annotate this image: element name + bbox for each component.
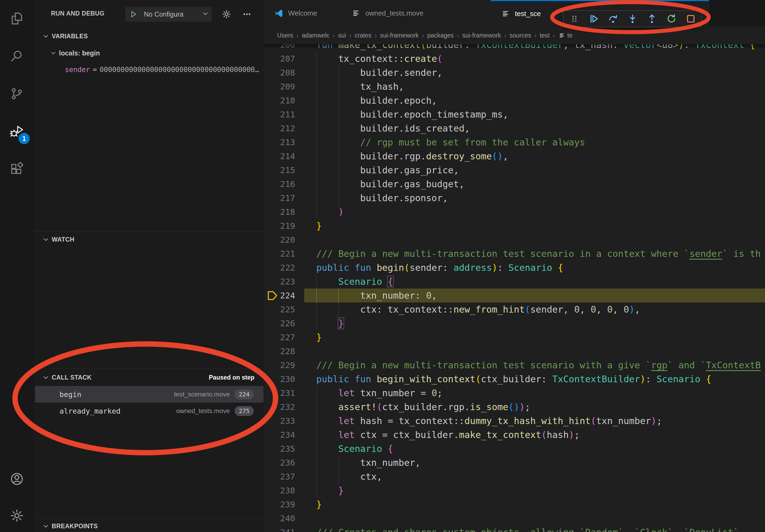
code-viewport[interactable]: 206fun make_tx_context(builder: TxContex… [264,0,765,532]
activity-bar-extensions-icon[interactable] [0,150,34,187]
line-number[interactable]: 219 [264,219,295,233]
variable-row-sender[interactable]: sender = 0000000000000000000000000000000… [34,63,264,76]
code-line-213[interactable]: 213 // rgp must be set from the caller a… [264,135,765,149]
line-number[interactable]: 226 [264,316,295,330]
code-line-212[interactable]: 212 builder.ids_created, [264,121,765,135]
code-line-208[interactable]: 208 builder.sender, [264,66,765,80]
line-number[interactable]: 239 [264,497,295,511]
line-number[interactable]: 221 [264,247,295,261]
line-number[interactable]: 231 [264,386,295,400]
editor-tab-owned-tests-move[interactable]: owned_tests.move [341,0,490,27]
debug-stop-button[interactable] [685,13,697,25]
line-number[interactable]: 213 [264,135,295,149]
line-number[interactable]: 238 [264,483,295,497]
editor-tab-welcome[interactable]: Welcome [264,0,341,27]
call-stack-section-header[interactable]: CALL STACK Paused on step [34,371,264,384]
code-line-227[interactable]: 227} [264,330,765,344]
code-line-211[interactable]: 211 builder.epoch_timestamp_ms, [264,108,765,121]
line-number[interactable]: 212 [264,121,295,135]
code-line-232[interactable]: 232 assert!(ctx_builder.rgp.is_some()); [264,400,765,414]
breadcrumb-file[interactable]: te [558,32,572,39]
code-line-231[interactable]: 231 let txn_number = 0; [264,386,765,400]
line-number[interactable]: 217 [264,191,295,205]
breadcrumb-item[interactable]: crates [355,32,372,39]
line-number[interactable]: 215 [264,163,295,177]
debug-step-over-button[interactable] [607,13,619,25]
breadcrumb-item[interactable]: Users [277,32,293,39]
breadcrumb-item[interactable]: packages [427,32,453,39]
start-debugging-icon[interactable] [128,8,141,20]
code-line-214[interactable]: 214 builder.rgp.destroy_some(), [264,149,765,163]
code-line-238[interactable]: 238 } [264,483,765,497]
line-number[interactable]: 220 [264,233,295,247]
line-number[interactable]: 209 [264,80,295,94]
line-number[interactable]: 232 [264,400,295,414]
variables-scope-row[interactable]: locals: begin [34,46,264,60]
activity-bar-source-control-icon[interactable] [0,75,34,113]
code-line-220[interactable]: 220 [264,233,765,247]
code-line-241[interactable]: 241/// Creates and shares system objects… [264,525,765,532]
debug-step-out-button[interactable] [646,13,658,25]
more-actions-icon[interactable] [241,8,253,20]
debug-step-into-button[interactable] [626,13,639,25]
line-number[interactable]: 230 [264,372,295,386]
line-number[interactable]: 211 [264,108,295,121]
code-line-226[interactable]: 226 } [264,316,765,330]
line-number[interactable]: 235 [264,442,295,456]
breadcrumb-item[interactable]: sui [338,32,346,39]
code-line-221[interactable]: 221/// Begin a new multi-transaction tes… [264,247,765,261]
line-number[interactable]: 241 [264,525,295,532]
call-stack-frame-begin[interactable]: begintest_scenario.move224 [35,386,264,402]
breakpoints-section-header[interactable]: BREAKPOINTS [34,519,264,532]
code-line-228[interactable]: 228 [264,344,765,358]
line-number[interactable]: 216 [264,177,295,191]
breadcrumb-item[interactable]: test [540,32,550,39]
code-line-234[interactable]: 234 let ctx = ctx_builder.make_tx_contex… [264,428,765,442]
activity-bar-settings-icon[interactable] [0,497,34,532]
line-number[interactable]: 236 [264,456,295,470]
activity-bar-run-and-debug-icon[interactable]: 1 [0,113,34,150]
call-stack-frame-already_marked[interactable]: already_markedowned_tests.move275 [35,402,264,419]
line-number[interactable]: 234 [264,428,295,442]
code-line-216[interactable]: 216 builder.gas_budget, [264,177,765,191]
breadcrumb-item[interactable]: adamwelc [302,32,330,39]
debug-continue-button[interactable] [587,13,600,25]
line-number[interactable]: 214 [264,149,295,163]
debug-config-dropdown[interactable]: No Configura [125,7,212,22]
code-line-236[interactable]: 236 txn_number, [264,456,765,470]
code-line-223[interactable]: 223 Scenario { [264,275,765,289]
debug-drag-handle-icon[interactable] [568,13,581,25]
code-line-222[interactable]: 222public fun begin(sender: address): Sc… [264,261,765,275]
code-line-225[interactable]: 225 ctx: tx_context::new_from_hint(sende… [264,302,765,316]
debug-restart-button[interactable] [665,13,678,25]
code-line-239[interactable]: 239} [264,497,765,511]
activity-bar-explorer-icon[interactable] [0,0,34,38]
code-line-219[interactable]: 219} [264,219,765,233]
code-line-230[interactable]: 230public fun begin_with_context(ctx_bui… [264,372,765,386]
line-number[interactable]: 222 [264,261,295,275]
line-number[interactable]: 208 [264,66,295,80]
code-line-215[interactable]: 215 builder.gas_price, [264,163,765,177]
gear-icon[interactable] [220,8,233,20]
code-line-207[interactable]: 207 tx_context::create( [264,52,765,66]
code-line-209[interactable]: 209 tx_hash, [264,80,765,94]
breadcrumb-item[interactable]: sui-framework [462,32,501,39]
code-line-224[interactable]: 224 txn_number: 0, [264,289,765,302]
line-number[interactable]: 240 [264,511,295,525]
code-line-229[interactable]: 229/// Begin a new multi-transaction tes… [264,358,765,372]
code-line-240[interactable]: 240 [264,511,765,525]
activity-bar-account-icon[interactable] [0,460,34,497]
variables-section-header[interactable]: VARIABLES [34,30,264,43]
line-number[interactable]: 228 [264,344,295,358]
activity-bar-search-icon[interactable] [0,38,34,75]
line-number[interactable]: 229 [264,358,295,372]
watch-section-header[interactable]: WATCH [34,233,264,246]
line-number[interactable]: 225 [264,302,295,316]
line-number[interactable]: 218 [264,205,295,219]
line-number[interactable]: 210 [264,94,295,108]
breadcrumb-item[interactable]: sources [509,32,531,39]
line-number[interactable]: 227 [264,330,295,344]
line-number[interactable]: 207 [264,52,295,66]
breadcrumb-item[interactable]: sui-framework [380,32,419,39]
code-line-210[interactable]: 210 builder.epoch, [264,94,765,108]
